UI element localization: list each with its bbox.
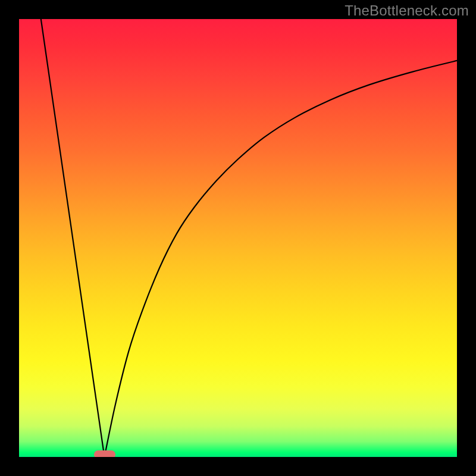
optimum-marker bbox=[94, 450, 115, 457]
chart-frame: TheBottleneck.com bbox=[0, 0, 476, 476]
plot-area bbox=[19, 19, 457, 457]
watermark-text: TheBottleneck.com bbox=[345, 2, 469, 19]
bottleneck-curve bbox=[19, 19, 457, 457]
